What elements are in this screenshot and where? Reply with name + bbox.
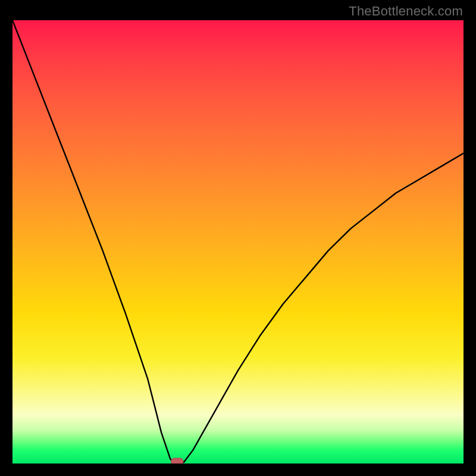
chart-svg (12, 20, 464, 464)
bottleneck-curve (12, 20, 464, 464)
chart-frame: TheBottleneck.com (0, 0, 476, 476)
plot-area (12, 20, 464, 464)
optimal-point-marker (171, 458, 183, 464)
watermark-text: TheBottleneck.com (349, 4, 463, 19)
